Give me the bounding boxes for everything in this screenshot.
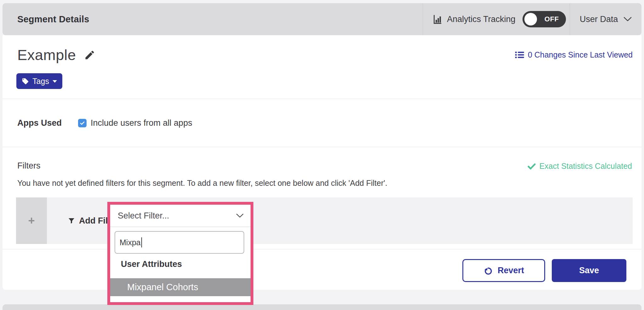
filters-section: Filters Exact Statistics Calculated You … [3, 147, 641, 249]
card-footer: Revert Save [3, 249, 641, 290]
user-data-label: User Data [580, 14, 618, 24]
exact-statistics-label: Exact Statistics Calculated [539, 162, 632, 171]
edit-name-button[interactable] [84, 49, 95, 61]
check-icon [527, 162, 536, 170]
exact-statistics-status: Exact Statistics Calculated [527, 162, 632, 171]
segment-card: Example Tags [3, 35, 641, 290]
save-button[interactable]: Save [552, 259, 626, 282]
apps-used-label: Apps Used [17, 118, 78, 128]
toggle-state-label: OFF [539, 11, 564, 27]
filter-search-input[interactable]: Mixpa [115, 231, 244, 254]
bar-chart-icon [432, 14, 443, 24]
check-icon [79, 120, 85, 126]
tags-button[interactable]: Tags [16, 73, 62, 89]
caret-down-icon [53, 80, 57, 83]
filter-select-value: Select Filter... [118, 211, 169, 221]
toggle-knob [524, 13, 537, 25]
dropdown-group-header: User Attributes [121, 259, 182, 269]
revert-button[interactable]: Revert [462, 259, 545, 282]
chevron-down-icon [624, 17, 632, 22]
analytics-tracking-toggle[interactable]: OFF [523, 11, 566, 27]
filter-select[interactable]: Select Filter... [110, 205, 251, 227]
analytics-tracking-section: Analytics Tracking OFF [423, 3, 570, 35]
segment-name: Example [17, 46, 76, 64]
page-title: Segment Details [17, 14, 89, 25]
chevron-down-icon [236, 213, 244, 218]
add-filter-plus-button[interactable]: + [16, 197, 47, 244]
undo-icon [483, 266, 493, 275]
apps-used-section: Apps Used Include users from all apps [3, 99, 641, 147]
filters-heading: Filters [17, 161, 41, 171]
filter-dropdown-annotation: Select Filter... Mixpa User Attributes M… [107, 202, 253, 305]
changes-link-label: 0 Changes Since Last Viewed [528, 50, 633, 59]
segment-name-row: Example [17, 46, 95, 64]
include-all-apps-label: Include users from all apps [91, 118, 192, 128]
changes-since-last-viewed-link[interactable]: 0 Changes Since Last Viewed [515, 50, 633, 59]
include-all-apps-checkbox[interactable] [78, 119, 87, 127]
top-bar: Segment Details Analytics Tracking OFF U… [3, 3, 641, 35]
funnel-icon [68, 217, 75, 224]
no-filters-message: You have not yet defined filters for thi… [17, 179, 387, 188]
segment-details-page: Segment Details Analytics Tracking OFF U… [0, 0, 644, 310]
user-data-dropdown[interactable]: User Data [570, 3, 641, 35]
tag-icon [22, 78, 29, 85]
text-cursor [141, 237, 142, 247]
segment-header-section: Example Tags [3, 35, 641, 99]
bottom-section-bar [3, 304, 641, 310]
filter-search-value: Mixpa [120, 238, 141, 247]
filter-dropdown-panel: Mixpa User Attributes Mixpanel Cohorts [110, 227, 251, 302]
tags-button-label: Tags [32, 77, 49, 86]
revert-button-label: Revert [498, 266, 524, 275]
list-icon [515, 51, 524, 59]
analytics-tracking-label: Analytics Tracking [447, 14, 516, 24]
pencil-icon [84, 49, 95, 61]
dropdown-option-mixpanel-cohorts[interactable]: Mixpanel Cohorts [110, 278, 251, 296]
